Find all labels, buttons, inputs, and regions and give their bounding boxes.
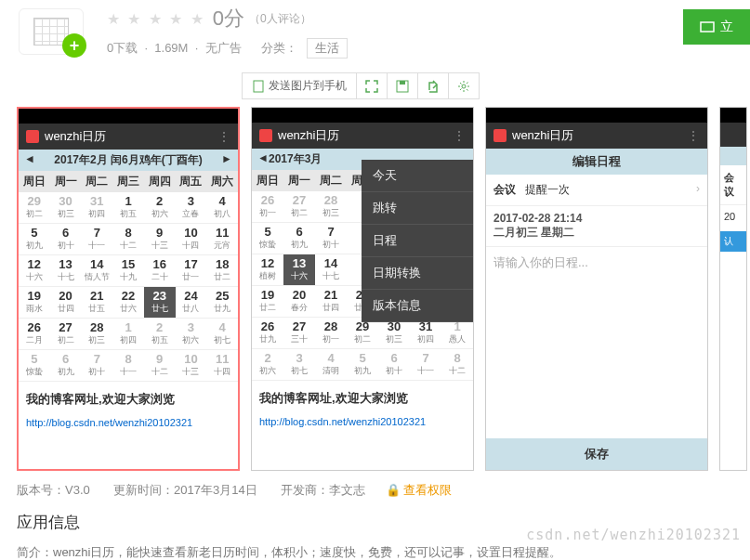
send-to-phone-button[interactable]: 发送图片到手机: [243, 73, 357, 98]
app-icon: +: [19, 8, 84, 55]
version-value: V3.0: [65, 483, 90, 497]
image-toolbar: 发送图片到手机: [242, 72, 480, 99]
menu-item[interactable]: 日期转换: [362, 257, 473, 290]
download-count: 0下载: [107, 41, 138, 55]
meeting-row[interactable]: 会议 提醒一次 ›: [486, 175, 707, 206]
app-size: 1.69M: [154, 41, 188, 55]
fullscreen-icon[interactable]: [357, 73, 388, 98]
menu-item[interactable]: 跳转: [362, 192, 473, 225]
schedule-lunar: 二月初三 星期二: [493, 225, 700, 241]
share-icon[interactable]: [418, 73, 449, 98]
settings-icon[interactable]: [449, 73, 479, 98]
install-button[interactable]: 立: [683, 9, 750, 45]
screenshot-4[interactable]: 会议 20 认: [719, 107, 747, 471]
update-value: 2017年3月14日: [174, 483, 257, 497]
screenshot-3[interactable]: wenzhi日历⋮ 编辑日程 会议 提醒一次 › 2017-02-28 21:1…: [485, 107, 708, 471]
plus-icon: +: [62, 33, 86, 58]
blog-text: 我的博客网址,欢迎大家浏览: [252, 381, 473, 416]
svg-rect-0: [701, 22, 714, 32]
save-button[interactable]: 保存: [486, 438, 707, 470]
screenshot-1[interactable]: wenzhi日历⋮ ◄2017年2月 闰6月鸡年(丁酉年)► 周日周一周二周三周…: [17, 107, 240, 471]
update-label: 更新时间：: [113, 483, 174, 497]
blog-link[interactable]: http://blog.csdn.net/wenzhi20102321: [252, 416, 473, 427]
category-tag[interactable]: 生活: [307, 38, 348, 59]
category-label: 分类：: [261, 41, 297, 55]
svg-rect-3: [400, 81, 405, 85]
svg-point-4: [462, 85, 466, 88]
version-label: 版本号：: [17, 483, 65, 497]
rating-score: 0分: [213, 5, 244, 33]
ads-label: 无广告: [205, 41, 242, 55]
blog-link[interactable]: http://blog.csdn.net/wenzhi20102321: [19, 417, 238, 428]
schedule-input[interactable]: 请输入你的日程...: [486, 247, 707, 438]
schedule-datetime: 2017-02-28 21:14: [493, 212, 700, 225]
svg-rect-1: [254, 81, 263, 92]
menu-item[interactable]: 版本信息: [362, 290, 473, 322]
edit-schedule-title: 编辑日程: [486, 149, 707, 175]
screenshot-2[interactable]: wenzhi日历⋮ ◄ 2017年3月 今天跳转日程日期转换版本信息 周日周一周…: [251, 107, 474, 471]
save-icon[interactable]: [388, 73, 418, 98]
permissions-link[interactable]: 🔒 查看权限: [386, 483, 453, 497]
menu-item[interactable]: 今天: [362, 160, 473, 192]
rating-stars: ★ ★ ★ ★ ★: [107, 10, 205, 28]
menu-item[interactable]: 日程: [362, 225, 473, 257]
review-count[interactable]: （0人评论）: [249, 11, 311, 27]
chevron-right-icon: ›: [696, 182, 700, 198]
dev-value: 李文志: [329, 483, 365, 497]
dev-label: 开发商：: [281, 483, 329, 497]
blog-text: 我的博客网址,欢迎大家浏览: [19, 382, 238, 417]
watermark: csdn.net/wenzhi20102321: [526, 527, 741, 543]
